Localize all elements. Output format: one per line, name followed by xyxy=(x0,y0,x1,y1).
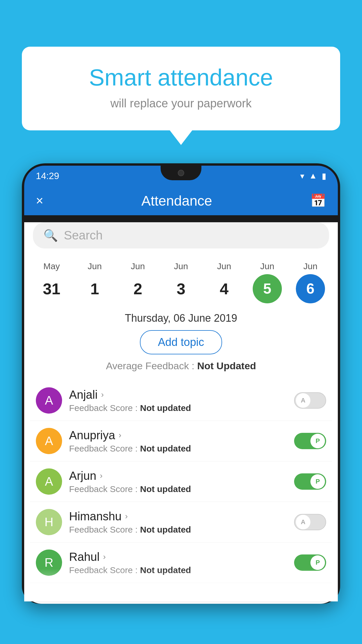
student-avatar-1: A xyxy=(36,428,62,454)
student-name-4[interactable]: Rahul › xyxy=(69,550,287,564)
student-info-0: Anjali ›Feedback Score : Not updated xyxy=(69,388,287,413)
selected-date: Thursday, 06 June 2019 xyxy=(24,312,338,324)
cal-date: 6 xyxy=(296,274,325,303)
toggle-knob-1: P xyxy=(310,434,325,448)
cal-date: 3 xyxy=(166,274,196,303)
avg-feedback: Average Feedback : Not Updated xyxy=(24,360,338,372)
status-bar: 14:29 ▾ ▲ ▮ xyxy=(24,166,338,186)
toggle-knob-3: A xyxy=(296,515,310,529)
student-item-1: AAnupriya ›Feedback Score : Not updatedP xyxy=(30,421,332,461)
student-name-3[interactable]: Himanshu › xyxy=(69,510,287,523)
cal-month: Jun xyxy=(303,261,317,271)
student-info-1: Anupriya ›Feedback Score : Not updated xyxy=(69,429,287,454)
student-name-0[interactable]: Anjali › xyxy=(69,388,287,401)
cal-date: 5 xyxy=(253,274,282,303)
attendance-toggle-1[interactable]: P xyxy=(294,433,326,449)
calendar-day-5[interactable]: Jun5 xyxy=(250,261,285,303)
student-info-3: Himanshu ›Feedback Score : Not updated xyxy=(69,510,287,535)
cal-month: Jun xyxy=(174,261,188,271)
calendar-day-4[interactable]: Jun4 xyxy=(207,261,242,303)
student-avatar-4: R xyxy=(36,550,62,576)
notch-camera xyxy=(178,170,184,176)
student-avatar-0: A xyxy=(36,387,62,414)
student-avatar-2: A xyxy=(36,468,62,495)
chevron-icon: › xyxy=(125,512,128,521)
student-feedback-0: Feedback Score : Not updated xyxy=(69,403,287,413)
student-list: AAnjali ›Feedback Score : Not updatedAAA… xyxy=(24,380,338,583)
search-icon: 🔍 xyxy=(43,229,58,242)
speech-bubble-subtitle: will replace your paperwork xyxy=(45,97,317,110)
avg-feedback-value: Not Updated xyxy=(197,360,256,371)
search-bar[interactable]: 🔍 Search xyxy=(33,222,329,249)
chevron-icon: › xyxy=(100,471,102,480)
student-item-3: HHimanshu ›Feedback Score : Not updatedA xyxy=(30,502,332,542)
cal-date: 4 xyxy=(210,274,239,303)
app-header: × Attendance 📅 xyxy=(24,186,338,215)
chevron-icon: › xyxy=(101,390,104,399)
toggle-knob-4: P xyxy=(310,555,325,570)
attendance-toggle-3[interactable]: A xyxy=(294,514,326,530)
student-info-2: Arjun ›Feedback Score : Not updated xyxy=(69,469,287,494)
cal-date: 31 xyxy=(37,274,66,303)
toggle-container-1: P xyxy=(294,433,326,449)
search-placeholder: Search xyxy=(64,228,103,242)
calendar-day-0[interactable]: May31 xyxy=(34,261,69,303)
chevron-icon: › xyxy=(119,430,121,440)
close-button[interactable]: × xyxy=(36,193,43,208)
add-topic-button[interactable]: Add topic xyxy=(140,330,222,354)
wifi-icon: ▾ xyxy=(300,171,304,181)
student-item-4: RRahul ›Feedback Score : Not updatedP xyxy=(30,542,332,583)
student-name-2[interactable]: Arjun › xyxy=(69,469,287,482)
attendance-toggle-4[interactable]: P xyxy=(294,554,326,571)
toggle-knob-0: A xyxy=(296,393,310,408)
signal-icon: ▲ xyxy=(309,171,317,181)
calendar-day-2[interactable]: Jun2 xyxy=(120,261,155,303)
calendar-day-6[interactable]: Jun6 xyxy=(293,261,328,303)
app-content: 🔍 Search May31Jun1Jun2Jun3Jun4Jun5Jun6 T… xyxy=(24,222,338,601)
calendar-day-3[interactable]: Jun3 xyxy=(164,261,198,303)
student-info-4: Rahul ›Feedback Score : Not updated xyxy=(69,550,287,575)
speech-bubble-title: Smart attendance xyxy=(45,64,317,91)
battery-icon: ▮ xyxy=(322,171,326,181)
student-feedback-3: Feedback Score : Not updated xyxy=(69,525,287,535)
cal-month: Jun xyxy=(131,261,145,271)
toggle-container-4: P xyxy=(294,554,326,571)
student-feedback-4: Feedback Score : Not updated xyxy=(69,565,287,575)
attendance-toggle-2[interactable]: P xyxy=(294,473,326,490)
cal-month: Jun xyxy=(260,261,274,271)
status-icons: ▾ ▲ ▮ xyxy=(300,171,326,181)
toggle-container-2: P xyxy=(294,473,326,490)
cal-date: 1 xyxy=(80,274,109,303)
student-feedback-2: Feedback Score : Not updated xyxy=(69,484,287,494)
phone-container: 14:29 ▾ ▲ ▮ × Attendance 📅 🔍 Search May3… xyxy=(22,163,340,644)
cal-date: 2 xyxy=(123,274,152,303)
student-name-1[interactable]: Anupriya › xyxy=(69,429,287,442)
speech-bubble: Smart attendance will replace your paper… xyxy=(22,47,340,130)
cal-month: May xyxy=(43,261,60,271)
toggle-knob-2: P xyxy=(310,474,325,489)
toggle-container-3: A xyxy=(294,514,326,530)
app-title: Attendance xyxy=(141,193,212,209)
toggle-container-0: A xyxy=(294,392,326,409)
student-avatar-3: H xyxy=(36,509,62,535)
chevron-icon: › xyxy=(103,552,106,561)
calendar-day-1[interactable]: Jun1 xyxy=(77,261,112,303)
student-feedback-1: Feedback Score : Not updated xyxy=(69,444,287,454)
avg-feedback-label: Average Feedback : xyxy=(106,360,197,371)
cal-month: Jun xyxy=(88,261,102,271)
student-item-0: AAnjali ›Feedback Score : Not updatedA xyxy=(30,380,332,421)
calendar-icon[interactable]: 📅 xyxy=(310,193,326,208)
calendar-strip: May31Jun1Jun2Jun3Jun4Jun5Jun6 xyxy=(24,256,338,303)
cal-month: Jun xyxy=(217,261,231,271)
student-item-2: AArjun ›Feedback Score : Not updatedP xyxy=(30,461,332,502)
notch xyxy=(161,166,201,180)
phone-outer: 14:29 ▾ ▲ ▮ × Attendance 📅 🔍 Search May3… xyxy=(22,163,340,604)
attendance-toggle-0[interactable]: A xyxy=(294,392,326,409)
status-time: 14:29 xyxy=(36,171,59,181)
